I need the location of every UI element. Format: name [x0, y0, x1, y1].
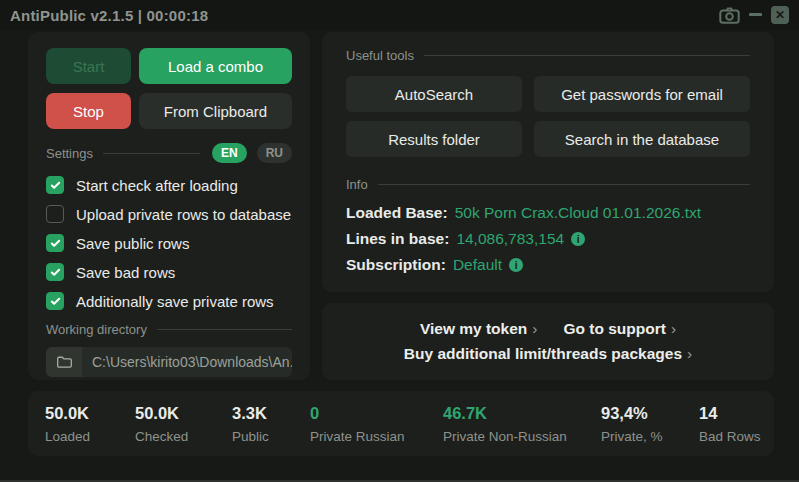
stat-label: Checked — [135, 429, 188, 444]
folder-icon[interactable] — [46, 347, 82, 377]
info-label: Info — [346, 177, 368, 192]
stat-label: Public — [232, 429, 269, 444]
stat-value: 93,4% — [601, 404, 663, 423]
window-controls: ✕ — [719, 6, 789, 24]
working-directory-header: Working directory — [46, 322, 292, 337]
results-folder-button[interactable]: Results folder — [346, 121, 522, 157]
get-passwords-button[interactable]: Get passwords for email — [534, 76, 750, 112]
stat-value: 0 — [310, 404, 405, 423]
stat-value: 3.3K — [232, 404, 269, 423]
stat-label: Private, % — [601, 429, 663, 444]
lines-in-base-label: Lines in base: — [346, 230, 449, 248]
chevron-right-icon: › — [687, 345, 692, 362]
working-directory-label: Working directory — [46, 322, 147, 337]
app-window: AntiPublic v2.1.5 | 00:00:18 ✕ Start Loa… — [0, 0, 799, 482]
checkbox-label: Upload private rows to database — [76, 206, 291, 223]
checkbox-label: Save bad rows — [76, 264, 175, 281]
language-en-button[interactable]: EN — [212, 143, 247, 163]
links-row-1: View my token› Go to support› — [420, 320, 676, 338]
view-my-token-link[interactable]: View my token› — [420, 320, 538, 338]
divider-line — [157, 329, 292, 330]
checkbox-icon[interactable] — [46, 263, 64, 281]
lines-in-base-value: 14,086,783,154 — [456, 230, 564, 248]
subscription-row: Subscription: Default i — [346, 252, 750, 278]
checkbox-icon[interactable] — [46, 176, 64, 194]
stat-private-russian: 0 Private Russian — [310, 404, 405, 444]
from-clipboard-button[interactable]: From Clipboard — [139, 93, 292, 129]
stat-label: Private Russian — [310, 429, 405, 444]
checkbox-icon[interactable] — [46, 292, 64, 310]
loaded-base-label: Loaded Base: — [346, 204, 448, 222]
checkbox-start-check-after-loading[interactable]: Start check after loading — [46, 176, 292, 194]
checkbox-label: Start check after loading — [76, 177, 238, 194]
stat-value: 50.0K — [135, 404, 188, 423]
settings-header: Settings EN RU — [46, 143, 292, 163]
stat-value: 14 — [699, 404, 761, 423]
window-title: AntiPublic v2.1.5 | 00:00:18 — [10, 7, 208, 24]
tools-info-panel: Useful tools AutoSearch Get passwords fo… — [322, 32, 774, 292]
divider-line — [103, 153, 200, 154]
title-bar: AntiPublic v2.1.5 | 00:00:18 ✕ — [0, 0, 799, 30]
stat-value: 50.0K — [45, 404, 90, 423]
checkbox-label: Additionally save private rows — [76, 293, 274, 310]
stat-label: Loaded — [45, 429, 90, 444]
info-icon[interactable]: i — [571, 232, 585, 246]
stat-bad-rows: 14 Bad Rows — [699, 404, 761, 444]
stat-public: 3.3K Public — [232, 404, 269, 444]
info-icon[interactable]: i — [509, 258, 523, 272]
useful-tools-label: Useful tools — [346, 48, 414, 63]
working-directory-input[interactable]: C:\Users\kirito03\Downloads\An... — [46, 347, 292, 377]
load-combo-button[interactable]: Load a combo — [139, 48, 292, 84]
checkbox-icon[interactable] — [46, 205, 64, 223]
lines-in-base-row: Lines in base: 14,086,783,154 i — [346, 226, 750, 252]
language-ru-button[interactable]: RU — [257, 143, 292, 163]
checkbox-save-private-rows[interactable]: Additionally save private rows — [46, 292, 292, 310]
control-panel: Start Load a combo Stop From Clipboard S… — [28, 32, 310, 380]
stat-label: Private Non-Russian — [443, 429, 567, 444]
buy-packages-link[interactable]: Buy additional limit/threads packages› — [404, 345, 692, 363]
close-icon[interactable]: ✕ — [771, 6, 789, 24]
working-directory-path: C:\Users\kirito03\Downloads\An... — [82, 354, 292, 370]
stat-checked: 50.0K Checked — [135, 404, 188, 444]
checkbox-save-public-rows[interactable]: Save public rows — [46, 234, 292, 252]
stat-value: 46.7K — [443, 404, 567, 423]
chevron-right-icon: › — [671, 320, 676, 337]
stop-button[interactable]: Stop — [46, 93, 131, 129]
screenshot-camera-icon[interactable] — [719, 7, 740, 24]
go-to-support-link[interactable]: Go to support› — [563, 320, 676, 338]
stat-label: Bad Rows — [699, 429, 761, 444]
divider-line — [378, 184, 750, 185]
links-panel: View my token› Go to support› Buy additi… — [322, 303, 774, 380]
stat-private-non-russian: 46.7K Private Non-Russian — [443, 404, 567, 444]
divider-line — [424, 55, 750, 56]
subscription-label: Subscription: — [346, 256, 446, 274]
links-row-2: Buy additional limit/threads packages› — [404, 345, 692, 363]
stat-private-percent: 93,4% Private, % — [601, 404, 663, 444]
stats-panel: 50.0K Loaded 50.0K Checked 3.3K Public 0… — [28, 391, 774, 456]
subscription-value: Default — [453, 256, 502, 274]
minimize-icon[interactable] — [749, 13, 762, 18]
loaded-base-value: 50k Porn Crax.Cloud 01.01.2026.txt — [455, 204, 701, 222]
start-button[interactable]: Start — [46, 48, 131, 84]
run-buttons: Start Load a combo Stop From Clipboard — [46, 48, 292, 129]
loaded-base-row: Loaded Base: 50k Porn Crax.Cloud 01.01.2… — [346, 200, 750, 226]
chevron-right-icon: › — [532, 320, 537, 337]
autosearch-button[interactable]: AutoSearch — [346, 76, 522, 112]
info-header: Info — [346, 177, 750, 192]
checkbox-upload-private-rows[interactable]: Upload private rows to database — [46, 205, 292, 223]
checkbox-label: Save public rows — [76, 235, 189, 252]
tools-buttons: AutoSearch Get passwords for email Resul… — [346, 76, 750, 157]
useful-tools-header: Useful tools — [346, 48, 750, 63]
settings-label: Settings — [46, 146, 93, 161]
search-database-button[interactable]: Search in the database — [534, 121, 750, 157]
stat-loaded: 50.0K Loaded — [45, 404, 90, 444]
checkbox-save-bad-rows[interactable]: Save bad rows — [46, 263, 292, 281]
checkbox-icon[interactable] — [46, 234, 64, 252]
